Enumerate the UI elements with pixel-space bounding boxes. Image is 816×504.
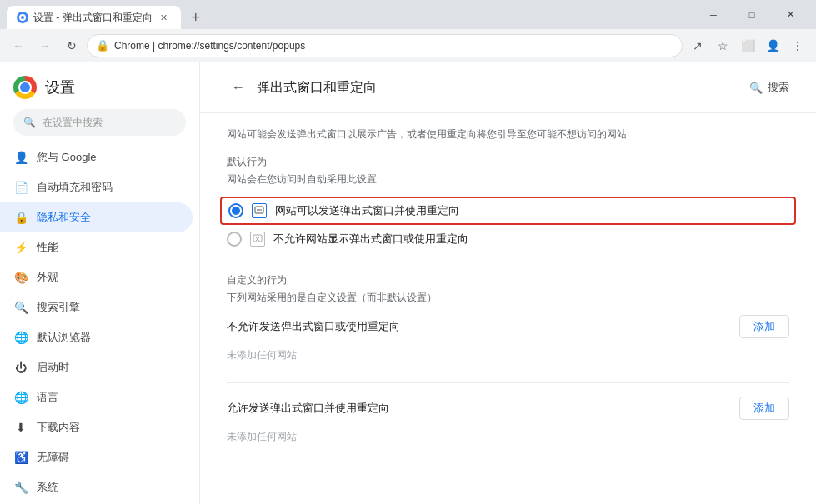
bookmark-button[interactable]: ☆ [711,34,734,57]
block-custom-empty: 未添加任何网站 [227,342,789,369]
sidebar: 设置 🔍 在设置中搜索 👤 您与 Google 📄 自动填充和密码 🔒 隐私和安… [0,62,200,504]
custom-behavior-section: 自定义的行为 下列网站采用的是自定义设置（而非默认设置） 不允许发送弹出式窗口或… [227,273,789,451]
tab-close-button[interactable]: ✕ [158,11,171,24]
sidebar-item-search[interactable]: 🔍 搜索引擎 [0,292,193,322]
tab-manager-button[interactable]: ⬜ [736,34,759,57]
content-body: 网站可能会发送弹出式窗口以展示广告，或者使用重定向将您引导至您可能不想访问的网站… [200,113,816,477]
forward-button[interactable]: → [33,34,57,57]
appearance-icon: 🎨 [13,271,28,284]
default-behavior-sub: 网站会在您访问时自动采用此设置 [227,172,789,187]
system-icon: 🔧 [13,481,28,494]
tab-title: 设置 - 弹出式窗口和重定向 [33,11,153,25]
google-icon: 👤 [13,151,28,164]
allow-radio-button[interactable] [228,203,243,218]
sidebar-item-label: 您与 Google [37,150,97,165]
content-area: ← 弹出式窗口和重定向 🔍 搜索 网站可能会发送弹出式窗口以展示广告，或者使用重… [200,62,816,504]
profile-button[interactable]: 👤 [761,34,784,57]
tab-favicon [17,12,28,23]
close-button[interactable]: ✕ [771,0,809,29]
content-search-label: 搜索 [768,80,789,95]
sidebar-item-accessibility[interactable]: ♿ 无障碍 [0,442,193,472]
content-search-button[interactable]: 🔍 搜索 [749,80,789,95]
allow-popup-icon [252,203,267,218]
accessibility-icon: ♿ [13,451,28,464]
sidebar-item-label: 搜索引擎 [37,300,80,315]
sidebar-item-label: 自动填充和密码 [37,180,113,195]
sidebar-header: 设置 [0,69,199,109]
url-text: Chrome | chrome://settings/content/popup… [114,40,673,52]
autofill-icon: 📄 [13,181,28,194]
sidebar-item-label: 无障碍 [37,450,69,465]
svg-rect-2 [253,235,262,242]
search-placeholder: 在设置中搜索 [43,116,103,130]
window-controls: ─ □ ✕ [694,0,809,29]
allow-popups-option[interactable]: 网站可以发送弹出式窗口并使用重定向 [220,197,796,225]
allow-custom-title: 允许发送弹出式窗口并使用重定向 [227,401,389,416]
block-custom-block: 不允许发送弹出式窗口或使用重定向 添加 未添加任何网站 [227,315,789,369]
titlebar: 设置 - 弹出式窗口和重定向 ✕ + ─ □ ✕ [0,0,816,29]
allow-custom-empty: 未添加任何网站 [227,423,789,451]
menu-button[interactable]: ⋮ [786,34,809,57]
addressbar: ← → ↻ 🔒 Chrome | chrome://settings/conte… [0,29,816,62]
sidebar-item-language[interactable]: 🌐 语言 [0,382,193,412]
privacy-icon: 🔒 [13,211,28,224]
back-button[interactable]: ← [7,34,30,57]
block-custom-header: 不允许发送弹出式窗口或使用重定向 添加 [227,315,789,338]
allow-option-label: 网站可以发送弹出式窗口并使用重定向 [275,203,459,218]
sidebar-item-label: 默认浏览器 [37,330,91,345]
chrome-logo-icon [13,76,37,99]
new-tab-button[interactable]: + [184,6,208,29]
downloads-icon: ⬇ [13,421,28,434]
search-icon: 🔍 [23,117,36,128]
block-popup-icon [250,232,265,247]
custom-behavior-label: 自定义的行为 [227,273,789,287]
sidebar-item-privacy[interactable]: 🔒 隐私和安全 [0,202,193,232]
active-tab[interactable]: 设置 - 弹出式窗口和重定向 ✕ [7,6,181,29]
url-bar[interactable]: 🔒 Chrome | chrome://settings/content/pop… [87,34,683,57]
block-radio-button[interactable] [227,232,242,247]
custom-behavior-sub: 下列网站采用的是自定义设置（而非默认设置） [227,291,789,305]
content-search-icon: 🔍 [749,82,763,94]
sidebar-item-appearance[interactable]: 🎨 外观 [0,262,193,292]
sidebar-item-label: 隐私和安全 [37,210,91,225]
allow-custom-add-button[interactable]: 添加 [739,397,789,420]
maximize-button[interactable]: □ [733,0,771,29]
addressbar-actions: ↗ ☆ ⬜ 👤 ⋮ [686,34,809,57]
minimize-button[interactable]: ─ [694,0,733,29]
sidebar-item-performance[interactable]: ⚡ 性能 [0,232,193,262]
sidebar-item-label: 语言 [37,390,58,405]
block-custom-add-button[interactable]: 添加 [739,315,789,338]
sidebar-item-label: 外观 [37,270,58,285]
allow-custom-block: 允许发送弹出式窗口并使用重定向 添加 未添加任何网站 [227,397,789,451]
block-popups-option[interactable]: 不允许网站显示弹出式窗口或使用重定向 [227,225,789,253]
sidebar-item-downloads[interactable]: ⬇ 下载内容 [0,412,193,442]
allow-custom-header: 允许发送弹出式窗口并使用重定向 添加 [227,397,789,420]
content-header: ← 弹出式窗口和重定向 🔍 搜索 [200,62,816,113]
share-button[interactable]: ↗ [686,34,709,57]
page-description: 网站可能会发送弹出式窗口以展示广告，或者使用重定向将您引导至您可能不想访问的网站 [227,127,789,142]
sidebar-item-autofill[interactable]: 📄 自动填充和密码 [0,172,193,202]
sidebar-item-label: 启动时 [37,360,69,375]
startup-icon: ⏻ [13,361,28,374]
url-security-icon: 🔒 [96,39,109,52]
block-option-label: 不允许网站显示弹出式窗口或使用重定向 [273,232,468,247]
main-layout: 设置 🔍 在设置中搜索 👤 您与 Google 📄 自动填充和密码 🔒 隐私和安… [0,62,816,504]
default-behavior-label: 默认行为 [227,155,789,169]
sidebar-item-browser[interactable]: 🌐 默认浏览器 [0,322,193,352]
sidebar-item-label: 性能 [37,240,58,255]
sidebar-item-system[interactable]: 🔧 系统 [0,472,193,502]
sidebar-item-label: 系统 [37,480,58,495]
page-title: 弹出式窗口和重定向 [257,79,377,97]
sidebar-title: 设置 [45,77,75,97]
search-engine-icon: 🔍 [13,301,28,314]
tab-area: 设置 - 弹出式窗口和重定向 ✕ + [7,0,694,29]
performance-icon: ⚡ [13,241,28,254]
sidebar-item-google[interactable]: 👤 您与 Google [0,142,193,172]
block-custom-title: 不允许发送弹出式窗口或使用重定向 [227,319,400,334]
section-divider [227,382,789,383]
sidebar-search-box[interactable]: 🔍 在设置中搜索 [13,109,186,136]
sidebar-item-startup[interactable]: ⏻ 启动时 [0,352,193,382]
refresh-button[interactable]: ↻ [60,34,83,57]
content-back-button[interactable]: ← [227,76,250,99]
browser-icon: 🌐 [13,331,28,344]
